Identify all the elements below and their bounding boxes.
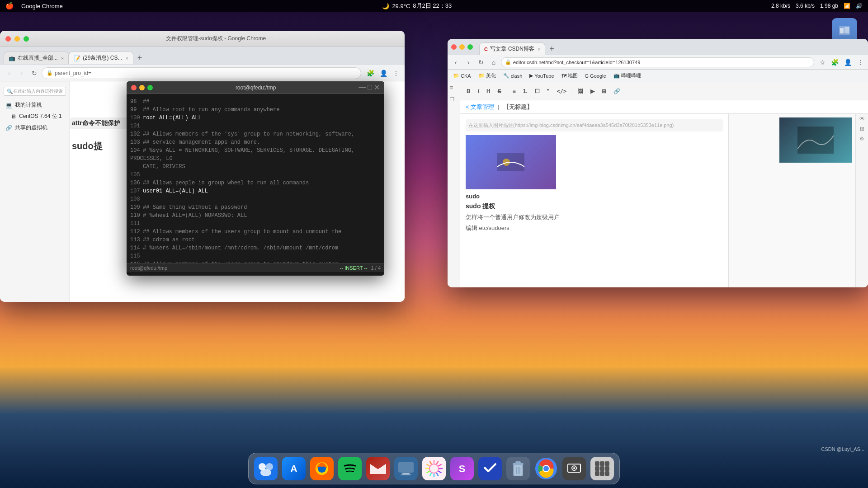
term-close[interactable]	[131, 85, 137, 90]
url-bar-2[interactable]: 🔒 editor.csdn.net/md?not_checkout=1&arti…	[501, 57, 814, 67]
term-max[interactable]	[147, 85, 153, 90]
term-line-99: 99## Allow root to run any commands anyw…	[130, 106, 381, 114]
left-tool-1[interactable]: ≡	[448, 82, 460, 93]
dock-trash[interactable]	[505, 456, 531, 481]
reload-button-1[interactable]: ↻	[29, 68, 40, 79]
extensions-icon[interactable]: 🧩	[365, 69, 376, 78]
svg-rect-60	[595, 471, 599, 476]
search-bar[interactable]: 🔍 在此处输入内容进行搜索	[0, 85, 70, 98]
home-btn-2[interactable]: ⌂	[488, 57, 499, 68]
code-btn[interactable]: </>	[554, 87, 569, 96]
max-btn-2[interactable]	[467, 44, 473, 50]
term-line-98: 98##	[130, 98, 381, 106]
quote-btn[interactable]: "	[544, 87, 552, 96]
url-bar-1[interactable]: 🔒 parent_pro_id=	[42, 67, 361, 79]
sidebar-item-centos[interactable]: 🖥 CentOS 7.64 位:1	[0, 111, 70, 122]
fwd-btn-2[interactable]: ›	[463, 57, 474, 68]
link-btn[interactable]: 🔗	[611, 87, 623, 96]
dock-photos[interactable]	[421, 456, 447, 481]
bold-btn[interactable]: B	[464, 87, 473, 96]
bookmark-beautify[interactable]: 📁 美化	[476, 71, 499, 80]
terminal-path: root@qfedu:/tmp	[130, 265, 167, 271]
term-minimize-icon[interactable]: —	[359, 83, 366, 92]
bookmark-bilibili[interactable]: 📺 哔哩哔哩	[611, 71, 644, 80]
dock-chrome[interactable]	[533, 456, 559, 481]
image-btn[interactable]: 🖼	[575, 87, 586, 96]
extensions-icon-2[interactable]: 🧩	[829, 58, 840, 67]
dock-spotify[interactable]	[337, 456, 363, 481]
ul-btn[interactable]: ≡	[510, 87, 519, 96]
left-tool-2[interactable]: ◻	[448, 93, 460, 104]
new-tab-button-1[interactable]: +	[133, 52, 146, 64]
bookmark-clash[interactable]: 🔧 clash	[500, 72, 525, 80]
editor-right-tools: 👁 ⊞ ⚙	[855, 114, 868, 287]
forward-button-1[interactable]: ›	[16, 68, 27, 79]
apple-icon[interactable]: 🍎	[5, 2, 14, 10]
chrome-toolbar-1: ‹ › ↻ 🔒 parent_pro_id= 🧩 👤 ⋮	[0, 65, 405, 81]
svg-rect-40	[513, 463, 524, 465]
breadcrumb-left[interactable]: < 文章管理	[466, 103, 494, 111]
ol-btn[interactable]: 1.	[520, 87, 530, 96]
strikethrough-btn[interactable]: S	[495, 87, 504, 96]
dock-finder[interactable]	[253, 456, 278, 481]
sidebar-item-computer[interactable]: 💻 我的计算机	[0, 99, 70, 111]
minimize-button-1[interactable]	[14, 36, 20, 42]
dock-airmail[interactable]	[365, 456, 391, 481]
tab-2[interactable]: 📝 (29条消息) CS... ×	[69, 52, 133, 64]
new-tab-btn-2[interactable]: +	[545, 42, 558, 55]
terminal-actions: — □ ✕	[359, 83, 380, 92]
italic-btn[interactable]: I	[475, 87, 482, 96]
right-tool-preview[interactable]: 👁	[856, 114, 868, 124]
url-text-2: editor.csdn.net/md?not_checkout=1&articl…	[513, 60, 640, 65]
dock-screenium[interactable]	[561, 456, 587, 481]
right-tool-settings[interactable]: ⚙	[856, 134, 868, 144]
sidebar-item-shared[interactable]: 🔗 共享的虚拟机	[0, 122, 70, 133]
preview-img-1	[466, 135, 556, 189]
terminal-body[interactable]: 98## 99## Allow root to run any commands…	[127, 94, 384, 263]
table-btn[interactable]: ⊞	[599, 87, 609, 96]
csdn-favicon: C	[484, 47, 488, 52]
term-min[interactable]	[139, 85, 145, 90]
profile-icon[interactable]: 👤	[378, 69, 389, 78]
todo-btn[interactable]: ☐	[532, 87, 542, 96]
dock-firefox[interactable]	[309, 456, 335, 481]
back-button-1[interactable]: ‹	[4, 68, 14, 79]
dock-setapp[interactable]: S	[449, 456, 475, 481]
tab-close-1[interactable]: ×	[61, 56, 64, 61]
terminal-title: root@qfedu:/tmp	[153, 84, 359, 91]
dock-appstore[interactable]: A	[281, 456, 307, 481]
terminal-page: 1 / 4	[371, 265, 381, 271]
close-button-1[interactable]	[5, 36, 11, 42]
img-placeholder-text: 在这里插入图片描述(https://img-blog.csdnimg.cn/ea…	[468, 122, 674, 128]
heading-btn[interactable]: H	[484, 87, 493, 96]
bookmark-google[interactable]: G Google	[582, 72, 609, 80]
editor-item-sudo-quan: sudo 提权	[466, 202, 723, 211]
editor-item-sudo: sudo	[466, 193, 723, 200]
right-tool-layout[interactable]: ⊞	[856, 124, 868, 134]
reload-btn-2[interactable]: ↻	[476, 57, 486, 68]
term-maximize-icon[interactable]: □	[368, 83, 372, 92]
tab-1[interactable]: 📺 在线直播_全部... ×	[4, 52, 69, 64]
bookmark-youtube[interactable]: ▶ YouTube	[527, 72, 557, 80]
csdn-tab-close[interactable]: ×	[538, 47, 540, 52]
star-icon-2[interactable]: ☆	[818, 58, 827, 67]
bookmark-cka[interactable]: 📁 CKA	[450, 72, 474, 80]
csdn-tab[interactable]: C 写文章-CSDN博客 ×	[479, 42, 545, 55]
dock-tasks[interactable]	[477, 456, 503, 481]
close-btn-2[interactable]	[451, 44, 457, 50]
maximize-button-1[interactable]	[24, 36, 29, 42]
back-btn-2[interactable]: ‹	[450, 57, 461, 68]
bookmark-map[interactable]: 🗺 地图	[559, 71, 580, 80]
dock-launchpad[interactable]	[590, 456, 615, 481]
write-pane[interactable]: 在这里插入图片描述(https://img-blog.csdnimg.cn/ea…	[460, 114, 729, 287]
term-close-icon[interactable]: ✕	[374, 83, 380, 92]
video-btn[interactable]: ▶	[588, 87, 597, 96]
min-btn-2[interactable]	[459, 44, 465, 50]
dock-screens[interactable]	[393, 456, 419, 481]
menu-icon-2[interactable]: ⋮	[855, 58, 865, 67]
profile-icon-2[interactable]: 👤	[842, 58, 854, 67]
menu-icon[interactable]: ⋮	[391, 69, 401, 78]
tab-close-2[interactable]: ×	[125, 56, 128, 61]
img-preview-area	[466, 135, 723, 189]
preview-img-2	[779, 117, 852, 163]
